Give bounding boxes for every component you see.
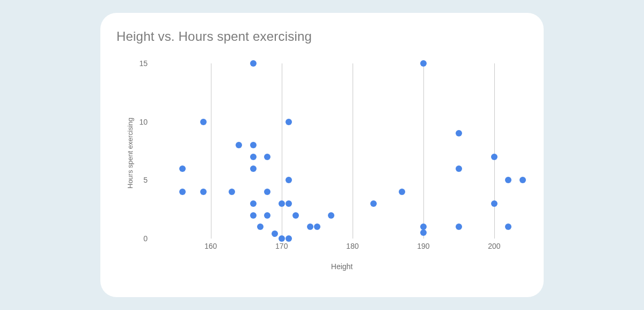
data-point <box>456 165 462 172</box>
gridline <box>423 63 424 239</box>
x-tick-label: 200 <box>488 242 500 250</box>
gridline <box>282 63 282 239</box>
y-tick-label: 15 <box>126 59 148 68</box>
data-point <box>250 154 257 160</box>
data-point <box>257 224 264 230</box>
data-point <box>264 212 270 219</box>
data-point <box>370 200 377 207</box>
data-point <box>200 189 207 195</box>
data-point <box>519 177 526 183</box>
x-tick-label: 170 <box>275 242 288 250</box>
gridline <box>353 63 353 239</box>
data-point <box>328 212 334 219</box>
data-point <box>250 212 257 219</box>
x-axis-label: Height <box>331 262 353 271</box>
data-point <box>420 224 427 230</box>
data-point <box>420 60 427 67</box>
y-tick-label: 0 <box>126 234 148 243</box>
chart-title: Height vs. Hours spent exercising <box>116 29 312 44</box>
data-point <box>250 200 257 207</box>
x-tick-label: 190 <box>417 242 429 250</box>
data-point <box>286 200 292 207</box>
data-point <box>456 224 462 230</box>
data-point <box>229 189 235 195</box>
data-point <box>491 154 497 160</box>
data-point <box>236 142 242 148</box>
plot-area: Height 160170180190200051015 <box>154 63 530 239</box>
data-point <box>179 165 186 172</box>
data-point <box>307 224 313 230</box>
x-tick-label: 160 <box>204 242 217 250</box>
data-point <box>286 119 292 125</box>
data-point <box>491 200 497 207</box>
gridline <box>494 63 495 239</box>
data-point <box>272 230 278 237</box>
data-point <box>314 224 320 230</box>
data-point <box>286 177 292 183</box>
data-point <box>200 119 207 125</box>
data-point <box>399 189 405 195</box>
x-tick-label: 180 <box>346 242 358 250</box>
gridline <box>211 63 211 239</box>
data-point <box>264 154 270 160</box>
data-point <box>456 130 462 136</box>
data-point <box>286 235 292 242</box>
data-point <box>250 60 257 67</box>
data-point <box>250 165 257 172</box>
data-point <box>505 177 511 183</box>
data-point <box>179 189 186 195</box>
data-point <box>264 189 270 195</box>
data-point <box>292 212 299 219</box>
data-point <box>505 224 511 230</box>
data-point <box>279 200 285 207</box>
data-point <box>279 235 285 242</box>
chart-card: Height vs. Hours spent exercising Height… <box>100 13 544 297</box>
data-point <box>250 142 257 148</box>
data-point <box>420 229 427 236</box>
y-axis-label: Hours spent exercising <box>126 118 134 189</box>
